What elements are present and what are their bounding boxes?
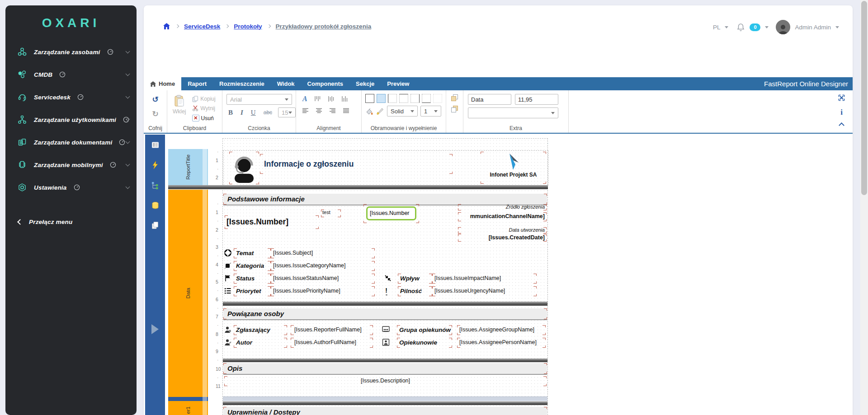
tab-preview[interactable]: Preview <box>381 77 415 90</box>
bold-button[interactable]: B <box>226 108 235 117</box>
report-title-text[interactable]: Informacje o zgłoszeniu <box>260 154 453 174</box>
sidebar-item-mobile[interactable]: Zarządzanie mobilnymi <box>5 154 137 176</box>
sidebar-item-users[interactable]: Zarządzanie użytkownikami <box>5 108 137 131</box>
bell-icon[interactable] <box>736 23 745 32</box>
field-source-value[interactable]: mmunicationChannelName] <box>458 212 547 221</box>
strikethrough-button[interactable]: abc <box>262 108 274 117</box>
border-top-button[interactable] <box>399 94 408 103</box>
border-style-select[interactable]: Solid <box>387 106 418 117</box>
section-description[interactable]: Opis <box>223 363 547 375</box>
field-test[interactable]: test <box>321 210 341 217</box>
collapse-toolbar-icon[interactable] <box>839 122 844 128</box>
field-created-label[interactable]: Data utworzenia <box>458 227 547 233</box>
band-label-reporttitle[interactable]: ReportTitle <box>168 149 208 185</box>
company-logo-box[interactable]: Infonet Projekt SA <box>481 152 546 184</box>
border-right-button[interactable] <box>410 94 420 103</box>
underline-button[interactable]: U <box>249 108 258 117</box>
tab-components[interactable]: Components <box>301 77 349 90</box>
row-label[interactable]: Kategoria <box>234 261 271 271</box>
language-selector[interactable]: PL <box>713 24 721 31</box>
send-to-back-icon[interactable] <box>451 105 458 113</box>
info-icon[interactable]: i <box>840 108 843 117</box>
sidebar-item-settings[interactable]: Ustawienia <box>5 176 137 199</box>
copy-button[interactable]: Kopiuj <box>190 95 217 103</box>
border-width-select[interactable]: 1 <box>420 106 441 117</box>
sidebar-toggle-menu[interactable]: Przełącz menu <box>5 210 137 233</box>
redo-button[interactable]: ↻ <box>150 108 160 120</box>
row-value[interactable]: [Issues.IssuePriorityName] <box>271 286 375 296</box>
breadcrumb-link-servicedesk[interactable]: ServiceDesk <box>184 23 220 30</box>
extra-select[interactable] <box>468 107 558 118</box>
events-icon[interactable] <box>151 161 159 169</box>
row-value2[interactable]: [Issues.IssueUrgencyName] <box>432 286 537 296</box>
run-report-icon[interactable] <box>151 324 159 334</box>
row-label[interactable]: Temat <box>234 248 271 258</box>
align-top-icon[interactable] <box>313 95 323 103</box>
brush-icon[interactable] <box>376 107 384 115</box>
scrollbar-thumb[interactable] <box>861 1 867 195</box>
tab-raport[interactable]: Raport <box>181 77 213 90</box>
font-size-select[interactable]: 15 <box>278 107 295 117</box>
band-name-input[interactable] <box>468 94 511 105</box>
row-value[interactable]: [Issues.IssueStatusName] <box>271 274 375 284</box>
user-name[interactable]: Admin Admin <box>795 24 831 31</box>
tab-sekcje[interactable]: Sekcje <box>349 77 381 90</box>
align-middle-icon[interactable] <box>326 95 336 103</box>
properties-icon[interactable] <box>151 141 160 149</box>
field-issues-number-big[interactable]: [Issues.Number] <box>225 215 319 229</box>
align-right-icon[interactable] <box>328 107 338 115</box>
cut-button[interactable]: Wytnij <box>190 104 217 112</box>
report-page[interactable]: Informacje o zgłoszeniu Infonet Projekt … <box>222 138 548 415</box>
section-permissions[interactable]: Uprawnienia / Dostępy <box>223 407 547 415</box>
row-label[interactable]: Zgłaszający <box>234 325 287 335</box>
border-none-button[interactable] <box>377 94 386 103</box>
field-issues-number-selected[interactable]: [Issues.Number <box>366 206 416 220</box>
row-label2[interactable]: Opiekunowie <box>397 338 452 348</box>
border-bottom-button[interactable] <box>422 94 431 103</box>
border-all-button[interactable] <box>365 94 374 103</box>
band-height-input[interactable] <box>515 94 558 105</box>
field-source-label[interactable]: Źródło zgłoszenia <box>458 204 547 210</box>
breadcrumb-link-protokoly[interactable]: Protokoły <box>234 23 262 30</box>
fill-bucket-icon[interactable] <box>365 107 373 115</box>
bring-to-front-icon[interactable] <box>451 94 458 102</box>
align-left-icon[interactable] <box>301 107 311 115</box>
italic-button[interactable]: I <box>239 108 245 117</box>
report-logo-image[interactable] <box>229 152 259 184</box>
page-scrollbar[interactable] <box>860 0 868 415</box>
tab-widok[interactable]: Widok <box>271 77 301 90</box>
align-justify-icon[interactable] <box>341 107 351 115</box>
sidebar-item-cmdb[interactable]: CMDB <box>5 63 137 86</box>
pages-icon[interactable] <box>151 221 159 229</box>
text-color-button[interactable]: A <box>301 94 309 104</box>
field-description[interactable]: [Issues.Description] <box>224 376 547 386</box>
row-value2[interactable]: [Issues.AssigneeGroupName] <box>457 325 546 335</box>
band-label-partial[interactable]: er1 <box>168 401 208 415</box>
sidebar-item-assets[interactable]: Zarządzanie zasobami <box>5 41 137 63</box>
tab-home[interactable]: Home <box>144 77 181 90</box>
row-label2[interactable]: Pilność <box>398 286 432 296</box>
notification-badge[interactable]: 0 <box>750 23 760 31</box>
row-label[interactable]: Autor <box>234 338 287 348</box>
row-value[interactable]: [Issues.Subject] <box>271 248 375 258</box>
tab-rozmieszczenie[interactable]: Rozmieszczenie <box>213 77 271 90</box>
row-value[interactable]: [Issues.ReporterFullName] <box>291 325 373 335</box>
row-label2[interactable]: Grupa opiekunów <box>397 325 452 335</box>
home-icon[interactable] <box>163 23 170 30</box>
data-source-icon[interactable] <box>151 201 160 210</box>
row-value[interactable]: [Issues.IssueCategoryName] <box>271 261 375 271</box>
delete-button[interactable]: ✕ Usuń <box>190 114 217 122</box>
align-bottom-icon[interactable] <box>340 95 350 103</box>
paste-button[interactable]: Wklej <box>171 94 188 122</box>
align-center-icon[interactable] <box>314 107 324 115</box>
avatar[interactable] <box>776 20 790 34</box>
band-label-data[interactable]: Data <box>168 190 208 397</box>
field-created-value[interactable]: [Issues.CreatedDate] <box>458 234 547 242</box>
font-family-select[interactable]: Arial <box>226 94 292 105</box>
row-value[interactable]: [Issues.AuthorFullName] <box>291 338 373 348</box>
sidebar-item-documents[interactable]: Zarządzanie dokumentami <box>5 131 137 154</box>
border-paint-button[interactable] <box>433 94 442 103</box>
undo-button[interactable]: ↺ <box>150 94 160 105</box>
row-label[interactable]: Priorytet <box>234 286 271 296</box>
report-tree-icon[interactable] <box>151 181 159 190</box>
